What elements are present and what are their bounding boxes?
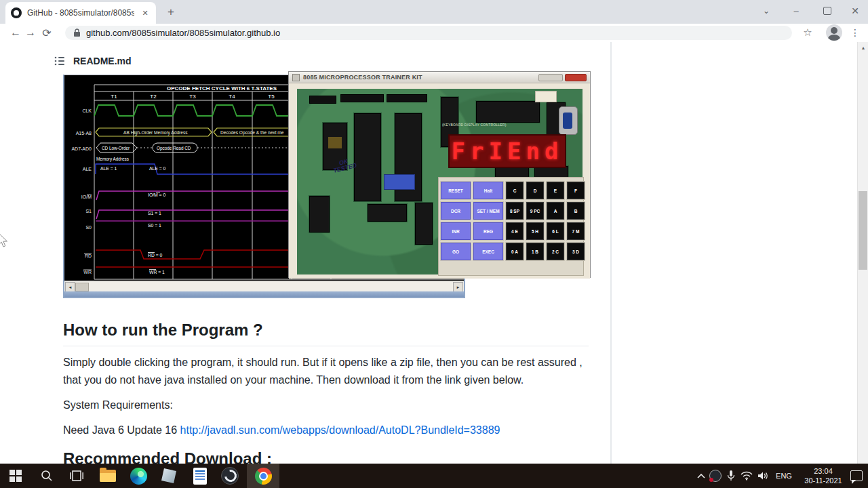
signal-label-s1: S1 [85, 209, 92, 214]
signal-label-s0: S0 [85, 225, 92, 230]
kit-window-titlebar: 8085 MICROPROCESSOR TRAINER KIT [289, 72, 590, 83]
tray-microphone[interactable] [724, 464, 738, 488]
edge-button[interactable] [124, 464, 153, 488]
seven-segment-display: FrIEnd [448, 134, 566, 168]
tray-wifi[interactable] [739, 464, 754, 488]
kit-window-close-button [565, 74, 587, 81]
taskbar: ENG 23:04 30-11-2021 [0, 464, 868, 488]
t-state-label: T2 [150, 94, 157, 100]
s0-label: S0 = 1 [148, 223, 161, 228]
mouse-cursor [0, 232, 8, 251]
obs-tray-icon [709, 470, 722, 482]
s1-label: S1 = 1 [148, 211, 161, 216]
scroll-left-arrow[interactable]: ◄ [65, 282, 75, 292]
key-7m: 7 M [567, 222, 585, 240]
task-view-button[interactable] [62, 464, 91, 488]
tray-language[interactable]: ENG [772, 464, 796, 488]
readme-box-border [610, 42, 612, 488]
microphone-icon [727, 470, 735, 482]
keypad-panel: RESET Halt C D E F DCR SET / MEM 8 SP 9 … [438, 177, 584, 276]
pin-header [340, 94, 384, 102]
ic-chip [309, 196, 330, 232]
browser-menu-button[interactable]: ⋮ [848, 25, 863, 40]
key-1b: 1 B [526, 243, 544, 260]
new-tab-button[interactable]: + [163, 4, 179, 20]
chevron-up-icon [697, 473, 705, 479]
start-button[interactable] [1, 464, 30, 488]
keypad: RESET Halt C D E F DCR SET / MEM 8 SP 9 … [441, 182, 585, 260]
back-button[interactable]: ← [8, 25, 23, 40]
key-4e: 4 E [506, 222, 524, 240]
profile-avatar[interactable] [826, 24, 842, 41]
bus-high-label: AB High-Order Memory Address [123, 130, 188, 136]
task-view-icon [70, 470, 83, 482]
clock-date: 30-11-2021 [802, 476, 845, 485]
scrollbar-up-arrow[interactable]: ▲ [858, 42, 868, 53]
chrome-button[interactable] [247, 464, 279, 488]
diagram-horizontal-scrollbar[interactable]: ◄ ► [64, 281, 464, 291]
document-icon [193, 468, 207, 485]
key-halt: Halt [473, 182, 503, 199]
scroll-thumb[interactable] [75, 283, 89, 291]
tray-volume[interactable] [755, 464, 770, 488]
screen: GitHub - 8085simulator/8085sim ✕ + ⌄ – ✕… [0, 0, 868, 488]
taskbar-search-button[interactable] [33, 464, 61, 488]
paragraph-run: Simply double clicking the program, it s… [63, 354, 593, 388]
key-3d: 3 D [567, 243, 585, 260]
tab-search-chevron-icon[interactable]: ⌄ [754, 0, 778, 22]
app-button[interactable] [155, 464, 183, 488]
page-content: README.md OP [0, 42, 868, 488]
keyboard-controller-chip [476, 101, 540, 123]
restore-button[interactable] [814, 0, 841, 22]
key-reg: REG [473, 222, 503, 240]
reload-button[interactable]: ⟳ [39, 25, 54, 40]
iom0-label: IO/M = 0 [148, 192, 165, 197]
key-f: F [567, 182, 585, 199]
system-requirements-label: System Requirements: [63, 396, 593, 414]
ad-low2-label: Memory Address [96, 157, 129, 162]
pin-header [387, 94, 427, 102]
blue-component [384, 174, 415, 190]
tray-show-hidden-button[interactable] [694, 464, 708, 488]
edge-icon [130, 468, 147, 485]
forward-button[interactable]: → [23, 25, 38, 40]
key-6l: 6 L [547, 222, 564, 240]
lock-icon [73, 28, 81, 37]
signal-label-clk: CLK [82, 108, 92, 113]
key-c: C [506, 182, 524, 199]
bookmark-star-button[interactable]: ☆ [800, 25, 815, 40]
notification-icon [850, 470, 863, 481]
key-d: D [526, 182, 544, 199]
writer-button[interactable] [186, 464, 214, 488]
kit-window-title: 8085 MICROPROCESSOR TRAINER KIT [303, 74, 422, 81]
search-icon [40, 469, 54, 483]
tray-clock[interactable]: 23:04 30-11-2021 [802, 466, 845, 485]
tab-close-icon[interactable]: ✕ [140, 7, 151, 18]
browser-tab[interactable]: GitHub - 8085simulator/8085sim ✕ [5, 2, 156, 24]
pin-header [309, 96, 336, 104]
minimize-button[interactable]: – [783, 0, 810, 22]
obs-button[interactable] [216, 464, 244, 488]
key-0a: 0 A [506, 243, 524, 260]
trainer-kit-image[interactable]: 8085 MICROPROCESSOR TRAINER KIT [288, 71, 591, 278]
wr1-label: WR = 1 [149, 270, 165, 274]
page-scrollbar[interactable]: ▲ [857, 42, 868, 488]
key-9pc: 9 PC [526, 202, 544, 220]
scrollbar-thumb[interactable] [859, 191, 867, 270]
action-center-button[interactable] [848, 464, 865, 488]
scroll-right-arrow[interactable]: ► [453, 282, 463, 292]
app-icon [161, 468, 176, 483]
tray-obs[interactable] [708, 464, 723, 488]
address-bar[interactable]: github.com/8085simulator/8085simulator.g… [65, 26, 792, 40]
tab-strip: GitHub - 8085simulator/8085sim ✕ + ⌄ – ✕ [0, 0, 868, 24]
file-explorer-button[interactable] [94, 464, 122, 488]
tab-title: GitHub - 8085simulator/8085sim [27, 8, 134, 18]
rd0-label: RD = 0 [148, 253, 163, 258]
obs-icon [221, 467, 239, 485]
key-go: GO [441, 243, 471, 260]
t-state-label: T4 [229, 94, 235, 100]
t-state-label: T3 [189, 94, 196, 100]
window-close-button[interactable]: ✕ [842, 0, 868, 22]
java-download-link[interactable]: http://javadl.sun.com/webapps/download/A… [180, 424, 500, 436]
need-java-text: Need Java 6 Update 16 [63, 424, 180, 436]
